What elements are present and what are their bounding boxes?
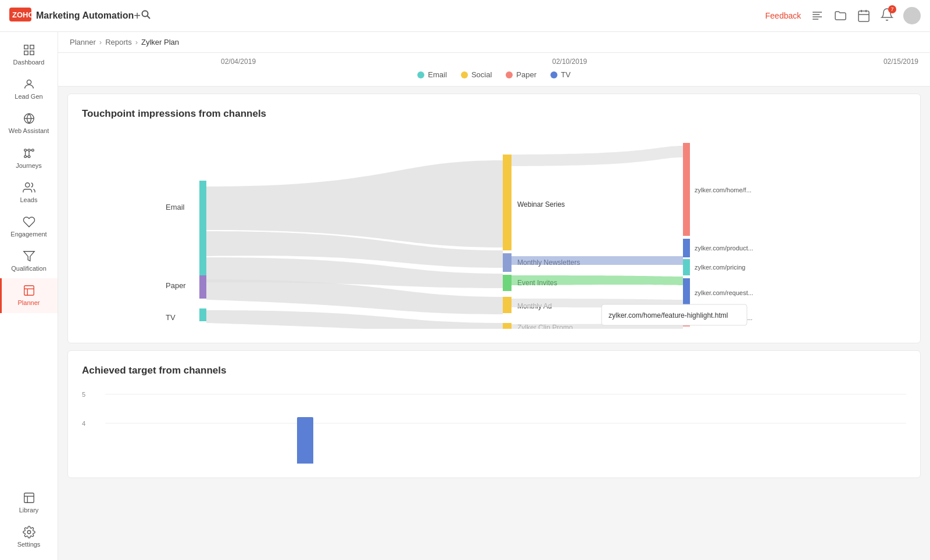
campaign-events [503,275,512,291]
svg-point-21 [31,149,34,151]
sidebar-label-planner: Planner [18,299,40,307]
url-bar-home [683,143,690,236]
sidebar-item-settings[interactable]: Settings [0,520,58,554]
sidebar-item-leads[interactable]: Leads [0,175,58,210]
sidebar-item-library[interactable]: Library [0,486,58,520]
legend-dot-social [461,71,468,78]
svg-point-16 [27,80,31,84]
url-label-request: zylker.com/request... [695,289,753,296]
header-actions: Feedback 7 [766,7,921,24]
sankey-title: Touchpoint impressions from channels [82,108,906,120]
bar-1 [297,417,313,464]
svg-point-22 [24,155,26,157]
svg-point-2 [142,11,148,17]
sidebar-item-qualification[interactable]: Qualification [0,244,58,278]
breadcrumb-current: Zylker Plan [141,38,179,46]
breadcrumb: Planner › Reports › Zylker Plan [58,32,930,53]
list-icon[interactable] [810,9,824,23]
legend-dot-email [417,71,424,78]
sidebar-label-webassistant: Web Assistant [9,127,49,135]
tooltip-text: zylker.com/home/feature-highlight.html [609,311,728,320]
url-label-pricing: zylker.com/pricing [695,264,745,271]
y-label-5: 5 [82,391,85,398]
sidebar-label-dashboard: Dashboard [13,59,45,66]
add-button[interactable]: + [134,9,141,23]
folder-icon[interactable] [834,9,847,23]
svg-point-35 [27,530,31,534]
legend-label-tv: TV [561,70,571,79]
top-bar: Planner › Reports › Zylker Plan 02/04/20… [58,32,930,87]
active-indicator [0,278,2,313]
sidebar-label-leads: Leads [20,196,38,204]
date-3: 02/15/2019 [686,58,918,66]
channel-email: Email [166,203,185,211]
campaign-ad [503,297,512,313]
feedback-button[interactable]: Feedback [766,11,801,20]
svg-rect-13 [30,45,33,49]
svg-rect-34 [24,493,34,502]
url-label-product: zylker.com/product... [695,245,753,252]
channel-paper: Paper [166,281,186,290]
legend-dot-tv [550,71,557,78]
sidebar-label-leadgen: Lead Gen [15,93,42,100]
sankey-svg: Email Paper TV [82,131,906,329]
notification-bell[interactable]: 7 [880,8,894,24]
svg-rect-14 [24,51,27,55]
svg-point-23 [28,155,30,157]
campaign-webinar [503,155,512,250]
grid-line-5 [105,394,906,394]
campaign-promo [503,323,512,329]
sankey-section: Touchpoint impressions from channels Ema… [67,94,921,343]
notification-count: 7 [888,5,896,13]
app-title: Marketing Automation [36,10,134,21]
svg-rect-15 [30,51,33,55]
legend-dot-paper [506,71,513,78]
svg-point-20 [28,149,30,151]
grid-line-4 [105,423,906,423]
date-2: 02/10/2019 [453,58,686,66]
sidebar: Dashboard Lead Gen Web Assistant Journey… [0,32,58,560]
sidebar-label-settings: Settings [17,541,41,548]
user-avatar[interactable] [903,7,921,24]
legend-social: Social [461,70,492,79]
svg-text:ZOHO: ZOHO [12,10,31,19]
sidebar-item-leadgen[interactable]: Lead Gen [0,72,58,106]
email-bar [199,181,206,291]
legend-label-paper: Paper [516,70,536,79]
calendar-icon[interactable] [857,9,871,23]
url-bar-pricing [683,259,690,275]
date-1: 02/04/2019 [70,58,453,66]
sidebar-label-engagement: Engagement [10,231,46,238]
sidebar-item-planner[interactable]: Planner [0,278,58,313]
search-button[interactable] [141,9,151,22]
svg-point-29 [25,183,29,187]
breadcrumb-reports[interactable]: Reports [105,38,132,46]
sidebar-label-qualification: Qualification [11,265,46,272]
sankey-chart: Email Paper TV [82,131,906,329]
legend-label-email: Email [428,70,447,79]
legend-paper: Paper [506,70,536,79]
app-logo: ZOHO Marketing Automation [9,8,134,24]
zoho-logo: ZOHO [9,8,31,24]
channel-tv: TV [166,313,176,322]
sidebar-item-engagement[interactable]: Engagement [0,210,58,244]
campaign-webinar-label: Webinar Series [517,200,565,209]
url-bar-request [683,278,690,307]
legend-email: Email [417,70,447,79]
tv-bar [199,308,206,321]
y-label-4: 4 [82,420,85,427]
sidebar-item-journeys[interactable]: Journeys [0,141,58,175]
bar-chart-title: Achieved target from channels [82,365,906,376]
svg-rect-31 [24,286,34,296]
timeline: 02/04/2019 02/10/2019 02/15/2019 [58,53,930,66]
breadcrumb-planner[interactable]: Planner [70,38,96,46]
flow-webinar-home [512,146,683,166]
flow-newsletters-blue [512,256,683,265]
url-bar-product [683,239,690,257]
sidebar-item-dashboard[interactable]: Dashboard [0,38,58,72]
svg-point-19 [24,149,26,151]
url-label-home: zylker.com/home/f... [695,186,752,193]
legend-tv: TV [550,70,571,79]
sidebar-label-library: Library [19,507,39,514]
sidebar-item-webassistant[interactable]: Web Assistant [0,106,58,141]
